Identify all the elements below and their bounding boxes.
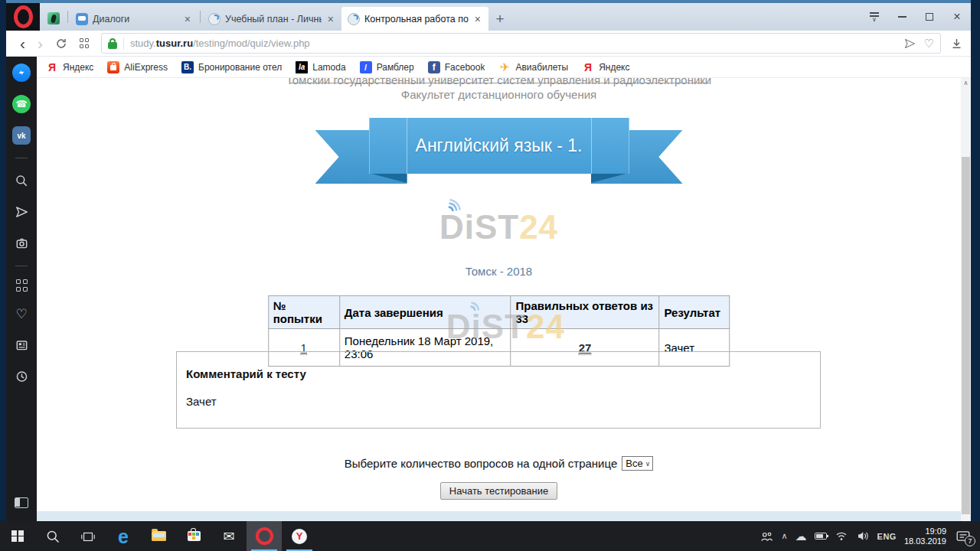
tab-title: Учебный план - Личный: [225, 14, 322, 24]
back-button[interactable]: ‹: [20, 36, 25, 51]
bookmark-yandex[interactable]: ЯЯндекс: [46, 61, 93, 73]
bookmarks-heart-icon[interactable]: ♡: [12, 305, 31, 323]
course-banner: Английский язык - 1.: [315, 118, 683, 187]
tab-title: Контрольная работа по д: [364, 14, 469, 24]
people-icon[interactable]: [759, 530, 774, 543]
url-separator: [123, 37, 124, 50]
questions-per-page-label: Выберите количество вопросов на одной ст…: [345, 457, 618, 470]
signal-arcs-icon: [444, 196, 467, 214]
bookmark-rambler[interactable]: /Рамблер: [360, 61, 414, 73]
task-view-button[interactable]: [70, 521, 106, 551]
comment-title: Комментарий к тесту: [186, 367, 306, 380]
vk-icon[interactable]: vk: [12, 126, 31, 145]
battery-icon[interactable]: [815, 533, 827, 540]
sidebar-setup-icon[interactable]: [12, 494, 31, 512]
secure-lock-icon[interactable]: [108, 38, 117, 49]
close-window-button[interactable]: ×: [943, 3, 971, 31]
show-hidden-icons-chevron[interactable]: ∧: [782, 531, 788, 541]
tab-bar: Диалоги × Учебный план - Личный × Контро…: [6, 0, 971, 31]
personal-news-icon[interactable]: [12, 336, 31, 354]
questions-per-page-select[interactable]: Все ∨: [622, 456, 653, 471]
header-divider: [289, 83, 709, 83]
dist-favicon-icon: [208, 13, 220, 25]
volume-icon[interactable]: [856, 530, 870, 542]
windows-taskbar: e ✉ Y ∧ ☁ ENG 19:09 18.03.2019 7: [0, 521, 980, 551]
time: 19:09: [904, 527, 946, 536]
file-explorer-button[interactable]: [141, 521, 176, 551]
messenger-icon[interactable]: [12, 64, 31, 82]
col-correct: Правильных ответов из 33: [511, 296, 659, 329]
close-tab-icon[interactable]: ×: [326, 13, 335, 25]
yandex-icon: Я: [582, 61, 594, 73]
history-clock-icon[interactable]: [12, 367, 31, 386]
page-scrollbar[interactable]: ∧: [961, 78, 971, 521]
col-date: Дата завершения: [339, 296, 511, 329]
quiz-page: Томский государственный университет сист…: [37, 78, 961, 521]
bookmark-booking[interactable]: B.Бронирование отел: [181, 61, 282, 73]
speed-dial-sidebar-icon[interactable]: [15, 279, 28, 292]
search-icon: [45, 529, 60, 544]
rambler-icon: /: [360, 61, 372, 73]
address-toolbar: ‹ › study.tusur.ru/testing/mod/quiz/view…: [6, 31, 971, 57]
edge-icon: e: [118, 527, 129, 546]
scroll-up-arrow[interactable]: ∧: [961, 80, 971, 86]
address-bar[interactable]: study.tusur.ru/testing/mod/quiz/view.php…: [101, 33, 941, 54]
edge-button[interactable]: e: [106, 521, 141, 551]
windows-logo-icon: [11, 530, 24, 543]
opera-menu-button[interactable]: [6, 3, 40, 31]
opera-taskbar-button[interactable]: [247, 521, 282, 551]
my-flow-send-icon[interactable]: [903, 37, 916, 50]
opera-icon: [256, 527, 273, 545]
tab-dialogs[interactable]: Диалоги ×: [70, 7, 198, 31]
browser-window: Диалоги × Учебный план - Личный × Контро…: [6, 0, 971, 521]
bookmark-avia[interactable]: ✈Авиабилеты: [498, 61, 568, 73]
action-center-button[interactable]: 7: [954, 529, 972, 544]
store-button[interactable]: [176, 521, 211, 551]
mail-button[interactable]: ✉: [211, 521, 247, 551]
window-controls: ∨ ×: [861, 3, 971, 31]
url-text[interactable]: study.tusur.ru/testing/mod/quiz/view.php: [130, 37, 903, 49]
new-tab-button[interactable]: +: [488, 7, 511, 31]
close-tab-icon[interactable]: ×: [183, 13, 192, 25]
tab-separator: [67, 11, 68, 23]
yandex-browser-icon: Y: [292, 529, 307, 544]
opera-sidebar: ☎ vk ♡: [6, 57, 37, 521]
bookmark-facebook[interactable]: fFacebook: [428, 61, 485, 73]
bookmark-heart-icon[interactable]: ♡: [924, 37, 934, 49]
folder-icon: [152, 531, 166, 541]
speed-dial-button[interactable]: [80, 38, 90, 49]
bookmark-aliexpress[interactable]: AliExpress: [107, 61, 168, 73]
opera-logo-icon: [14, 5, 33, 28]
search-icon[interactable]: [12, 171, 31, 190]
minimize-button[interactable]: [888, 3, 916, 31]
bookmark-lamoda[interactable]: laLamoda: [296, 61, 345, 73]
language-indicator[interactable]: ENG: [877, 532, 897, 541]
reload-button[interactable]: [55, 37, 67, 50]
task-view-icon: [80, 529, 96, 544]
taskbar-search-button[interactable]: [35, 521, 70, 551]
snapshot-camera-icon[interactable]: [12, 234, 31, 253]
my-flow-icon[interactable]: [12, 203, 31, 221]
maximize-button[interactable]: [916, 3, 943, 31]
downloads-button[interactable]: [950, 37, 963, 50]
forward-button[interactable]: ›: [38, 36, 43, 51]
close-tab-icon[interactable]: ×: [473, 13, 482, 25]
notification-count-badge: 7: [965, 536, 975, 546]
aliexpress-bag-icon: [107, 61, 119, 73]
onedrive-cloud-icon[interactable]: ☁: [795, 530, 807, 543]
tab-quiz-active[interactable]: Контрольная работа по д ×: [341, 7, 488, 31]
scrollbar-thumb[interactable]: [962, 157, 970, 514]
date: 18.03.2019: [904, 536, 946, 546]
start-button[interactable]: [0, 521, 35, 551]
bookmark-yandex-2[interactable]: ЯЯндекс: [582, 61, 629, 73]
wifi-icon[interactable]: [835, 530, 848, 542]
mail-icon: ✉: [223, 528, 234, 545]
dist24-logo: DiST24: [400, 199, 599, 256]
whatsapp-icon[interactable]: ☎: [12, 95, 31, 113]
tab-menu-button[interactable]: ∨: [861, 3, 888, 31]
clock[interactable]: 19:09 18.03.2019: [904, 527, 946, 546]
tab-study-plan[interactable]: Учебный план - Личный ×: [202, 7, 341, 31]
start-test-button[interactable]: Начать тестирование: [440, 482, 557, 500]
yandex-browser-button[interactable]: Y: [282, 521, 317, 551]
pinned-tab[interactable]: [47, 12, 60, 24]
